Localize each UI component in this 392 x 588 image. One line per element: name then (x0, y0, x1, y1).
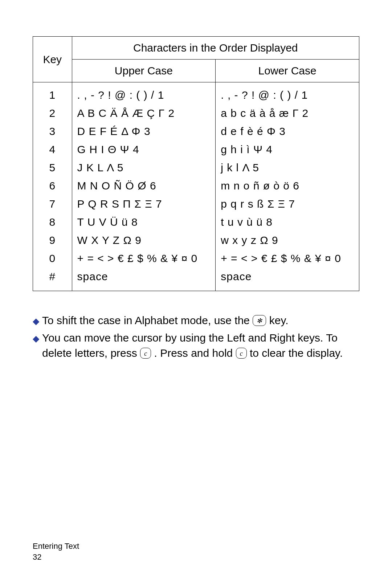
key-cell: # (33, 268, 72, 286)
col-header-chars: Characters in the Order Displayed (72, 37, 359, 60)
key-cell: 4 (33, 140, 72, 159)
clear-key-icon: c (140, 348, 151, 359)
lower-cell: + = < > € £ $ % & ¥ ¤ 0 (221, 249, 359, 268)
key-cell: 3 (33, 122, 72, 140)
key-cell: 7 (33, 195, 72, 213)
star-key-icon: ✻ (253, 315, 266, 326)
note-fragment: . Press and hold (154, 347, 236, 359)
upper-cell: P Q R S Π Σ Ξ 7 (77, 195, 216, 213)
lower-cell: t u v ù ü 8 (221, 213, 359, 231)
note-text: To shift the case in Alphabet mode, use … (42, 313, 359, 329)
upper-cell: G H I Θ Ψ 4 (77, 140, 216, 159)
lower-cell: m n o ñ ø ò ö 6 (221, 177, 359, 195)
page-footer: Entering Text 32 (33, 541, 79, 563)
lower-cell: g h i ì Ψ 4 (221, 140, 359, 159)
key-cell: 9 (33, 231, 72, 249)
note-fragment: to clear the display. (250, 347, 343, 359)
col-header-lower: Lower Case (216, 60, 359, 82)
key-cell: 0 (33, 249, 72, 268)
key-cell: 5 (33, 159, 72, 177)
lower-column-body: . , - ? ! @ : ( ) / 1 a b c ä à å æ Γ 2 … (216, 82, 359, 291)
lower-cell: d e f è é Φ 3 (221, 122, 359, 140)
note-fragment: To shift the case in Alphabet mode, use … (42, 314, 253, 326)
upper-cell: D E F É Δ Φ 3 (77, 122, 216, 140)
upper-column-body: . , - ? ! @ : ( ) / 1 A B C Ä Å Æ Ç Γ 2 … (72, 82, 216, 291)
col-header-upper: Upper Case (72, 60, 216, 82)
page-number: 32 (33, 552, 79, 563)
col-header-key: Key (33, 37, 72, 82)
key-cell: 1 (33, 86, 72, 104)
upper-cell: M N O Ñ Ö Ø 6 (77, 177, 216, 195)
character-table: Key Characters in the Order Displayed Up… (33, 36, 359, 291)
upper-cell: W X Y Z Ω 9 (77, 231, 216, 249)
bullet-diamond-icon: ◆ (33, 330, 42, 361)
lower-cell: a b c ä à å æ Γ 2 (221, 104, 359, 122)
notes: ◆ To shift the case in Alphabet mode, us… (33, 313, 359, 361)
lower-cell: p q r s ß Σ Ξ 7 (221, 195, 359, 213)
clear-key-icon: c (236, 348, 247, 359)
upper-cell: J K L Λ 5 (77, 159, 216, 177)
upper-cell: A B C Ä Å Æ Ç Γ 2 (77, 104, 216, 122)
key-column-body: 1 2 3 4 5 6 7 8 9 0 # (33, 82, 72, 291)
bullet-diamond-icon: ◆ (33, 313, 42, 329)
lower-cell: . , - ? ! @ : ( ) / 1 (221, 86, 359, 104)
upper-cell: space (77, 268, 216, 286)
lower-cell: j k l Λ 5 (221, 159, 359, 177)
note-item: ◆ To shift the case in Alphabet mode, us… (33, 313, 359, 329)
note-text: You can move the cursor by using the Lef… (42, 330, 359, 361)
lower-cell: w x y z Ω 9 (221, 231, 359, 249)
upper-cell: . , - ? ! @ : ( ) / 1 (77, 86, 216, 104)
page: Key Characters in the Order Displayed Up… (0, 0, 392, 588)
note-fragment: key. (269, 314, 289, 326)
key-cell: 2 (33, 104, 72, 122)
lower-cell: space (221, 268, 359, 286)
key-cell: 8 (33, 213, 72, 231)
note-item: ◆ You can move the cursor by using the L… (33, 330, 359, 361)
section-title: Entering Text (33, 541, 79, 552)
upper-cell: T U V Ü ü 8 (77, 213, 216, 231)
key-cell: 6 (33, 177, 72, 195)
upper-cell: + = < > € £ $ % & ¥ ¤ 0 (77, 249, 216, 268)
